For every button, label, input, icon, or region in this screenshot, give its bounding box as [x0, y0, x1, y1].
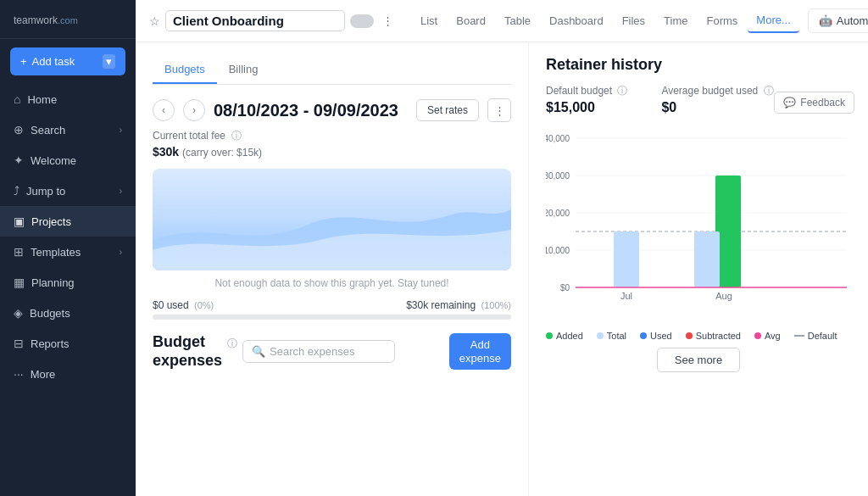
- budget-expenses-title: Budgetexpenses: [153, 333, 222, 370]
- date-navigation: ‹ › 08/10/2023 - 09/09/2023 Set rates ⋮: [153, 98, 511, 122]
- logo-suffix: .com: [58, 15, 78, 25]
- budgets-icon: ◈: [14, 306, 23, 320]
- info-icon: ⓘ: [617, 85, 627, 97]
- status-toggle[interactable]: [350, 14, 374, 28]
- legend-dash-default: [794, 335, 804, 337]
- sidebar: teamwork.com + Add task ▾ ⌂ Home ⊕ Searc…: [0, 0, 136, 496]
- fee-value: $30k (carry over: $15k): [153, 145, 511, 159]
- feedback-icon: 💬: [783, 97, 796, 109]
- budget-progress: $0 used (0%) $30k remaining (100%): [153, 299, 511, 320]
- sidebar-item-jumpto[interactable]: ⤴ Jump to ›: [0, 176, 136, 206]
- sidebar-item-planning[interactable]: ▦ Planning: [0, 267, 136, 298]
- sidebar-item-label: Budgets: [30, 307, 70, 320]
- tab-more[interactable]: More...: [748, 8, 798, 33]
- tab-table[interactable]: Table: [496, 9, 539, 32]
- sidebar-item-label: Projects: [31, 215, 71, 228]
- used-pct: (0%): [194, 300, 214, 310]
- search-placeholder: Search expenses: [270, 345, 354, 358]
- svg-rect-13: [694, 231, 720, 287]
- automate-icon: 🤖: [819, 14, 832, 27]
- sidebar-item-welcome[interactable]: ✦ Welcome: [0, 145, 136, 176]
- remaining-label: $30k remaining (100%): [406, 299, 511, 311]
- star-icon[interactable]: ☆: [149, 14, 160, 28]
- chevron-down-icon[interactable]: ▾: [103, 54, 115, 69]
- legend-dot-total: [597, 332, 604, 339]
- sidebar-item-label: More: [31, 368, 56, 381]
- welcome-icon: ✦: [14, 153, 24, 167]
- project-title-area: ☆ ⋮: [149, 10, 397, 31]
- sidebar-item-home[interactable]: ⌂ Home: [0, 84, 136, 114]
- reports-icon: ⊟: [14, 337, 24, 350]
- retainer-chart-svg: $40,000 $30,000 $20,000 $10,000 $0: [546, 125, 851, 304]
- tab-files[interactable]: Files: [614, 9, 654, 32]
- budget-tabs: Budgets Billing: [153, 56, 511, 85]
- budget-expenses-header: Budgetexpenses ⓘ 🔍 Search expenses Addex…: [153, 333, 511, 370]
- legend-dot-used: [640, 332, 647, 339]
- add-task-button[interactable]: + Add task ▾: [10, 47, 125, 75]
- automate-label: Automate: [837, 14, 868, 27]
- tab-list[interactable]: List: [412, 9, 446, 32]
- sidebar-item-label: Templates: [31, 246, 81, 259]
- avg-budget-stat: Average budget used ⓘ $0: [661, 84, 773, 115]
- default-budget-value: $15,000: [546, 100, 627, 115]
- tab-time[interactable]: Time: [655, 9, 696, 32]
- retainer-title: Retainer history: [546, 56, 851, 74]
- info-icon: ⓘ: [764, 85, 774, 97]
- tab-billing[interactable]: Billing: [217, 56, 270, 84]
- expenses-info-icon: ⓘ: [227, 337, 237, 351]
- logo-text: teamwork: [14, 14, 58, 26]
- sidebar-item-label: Reports: [31, 337, 70, 350]
- sidebar-item-label: Planning: [31, 276, 75, 289]
- automate-button[interactable]: 🤖 Automate ▾: [808, 8, 868, 33]
- retainer-chart: $40,000 $30,000 $20,000 $10,000 $0: [546, 125, 851, 320]
- sidebar-item-budgets[interactable]: ◈ Budgets: [0, 298, 136, 328]
- legend-avg: Avg: [754, 331, 781, 341]
- sidebar-item-label: Welcome: [31, 154, 76, 167]
- sidebar-item-label: Home: [27, 93, 57, 106]
- tab-forms[interactable]: Forms: [698, 9, 746, 32]
- search-icon: ⊕: [14, 123, 24, 137]
- prev-date-button[interactable]: ‹: [153, 99, 175, 121]
- sidebar-item-projects[interactable]: ▣ Projects: [0, 206, 136, 237]
- no-data-text: Not enough data to show this graph yet. …: [153, 277, 511, 289]
- tab-budgets[interactable]: Budgets: [153, 56, 217, 84]
- chevron-right-icon: ›: [120, 248, 122, 257]
- sidebar-item-templates[interactable]: ⊞ Templates ›: [0, 237, 136, 267]
- svg-text:$0: $0: [560, 283, 570, 293]
- chart-legend: Added Total Used Subtracted Avg: [546, 331, 851, 341]
- projects-icon: ▣: [14, 215, 25, 228]
- legend-total: Total: [597, 331, 626, 341]
- sidebar-item-reports[interactable]: ⊟ Reports: [0, 328, 136, 359]
- more-options-icon[interactable]: ⋮: [379, 11, 397, 31]
- tab-board[interactable]: Board: [448, 9, 494, 32]
- options-button[interactable]: ⋮: [487, 98, 511, 122]
- fee-area: Current total fee ⓘ $30k (carry over: $1…: [153, 129, 511, 159]
- project-title-input[interactable]: [165, 10, 345, 31]
- see-more-button[interactable]: See more: [657, 348, 740, 372]
- set-rates-button[interactable]: Set rates: [416, 99, 479, 121]
- tab-dashboard[interactable]: Dashboard: [541, 9, 612, 32]
- sidebar-item-more[interactable]: ··· More: [0, 359, 136, 389]
- add-task-label: Add task: [32, 55, 75, 68]
- svg-rect-11: [614, 231, 639, 287]
- add-expense-button[interactable]: Addexpense: [449, 333, 511, 370]
- avg-budget-value: $0: [661, 100, 773, 115]
- sidebar-item-search[interactable]: ⊕ Search ›: [0, 114, 136, 145]
- nav-tabs: List Board Table Dashboard Files Time Fo…: [412, 8, 799, 33]
- svg-text:$20,000: $20,000: [546, 209, 570, 218]
- feedback-button[interactable]: 💬 Feedback: [774, 92, 854, 114]
- date-range-label: 08/10/2023 - 09/09/2023: [214, 101, 398, 120]
- legend-added: Added: [546, 331, 583, 341]
- legend-dot-avg: [754, 332, 761, 339]
- legend-dot-subtracted: [686, 332, 693, 339]
- sidebar-item-label: Jump to: [26, 185, 65, 198]
- svg-text:$10,000: $10,000: [546, 246, 570, 255]
- fee-info-icon: ⓘ: [231, 130, 242, 142]
- default-budget-stat: Default budget ⓘ $15,000: [546, 84, 627, 115]
- budget-chart: [153, 169, 511, 270]
- main-content: ☆ ⋮ List Board Table Dashboard Files Tim…: [136, 0, 868, 496]
- left-panel: Budgets Billing ‹ › 08/10/2023 - 09/09/2…: [136, 42, 529, 496]
- search-expenses-input[interactable]: 🔍 Search expenses: [242, 340, 395, 363]
- next-date-button[interactable]: ›: [183, 99, 205, 121]
- logo: teamwork.com: [0, 0, 136, 39]
